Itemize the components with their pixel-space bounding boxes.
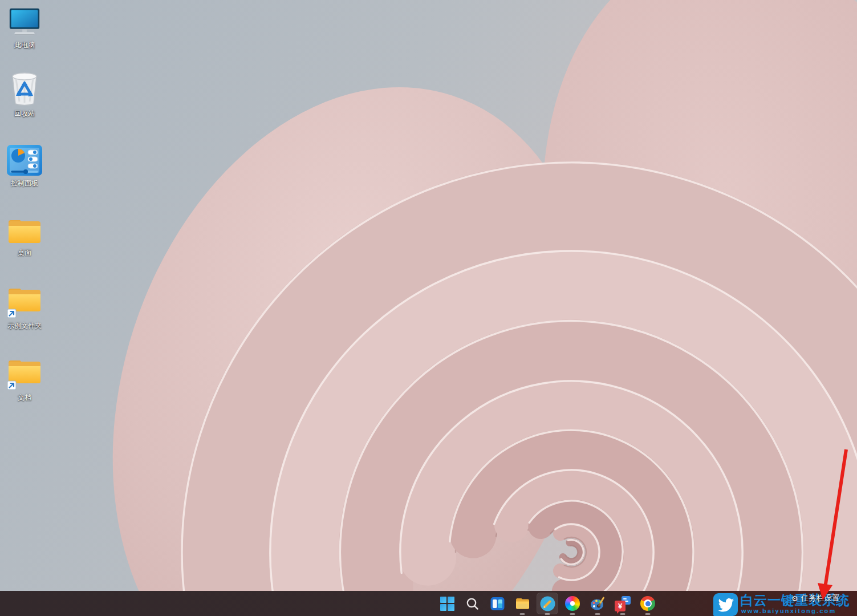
running-indicator <box>620 613 626 615</box>
desktop-icon-recycle-bin[interactable]: 回收站 <box>0 68 49 117</box>
file-explorer-icon <box>515 597 530 611</box>
file-explorer-button[interactable] <box>510 591 535 616</box>
paint-button[interactable] <box>585 591 610 616</box>
notes-app-icon <box>540 596 555 611</box>
desktop-icon-this-pc[interactable]: 此电脑 <box>0 7 49 49</box>
chrome-icon <box>640 596 655 611</box>
folder-icon <box>6 214 43 246</box>
desktop-icon-desktop-folder[interactable]: 桌面 <box>0 214 49 257</box>
running-indicator <box>595 613 600 615</box>
icon-label: 回收站 <box>14 110 35 117</box>
running-indicator <box>545 613 550 615</box>
notes-app-button[interactable] <box>535 591 560 616</box>
control-panel-icon <box>6 144 43 177</box>
watermark-logo <box>713 593 738 616</box>
wallpaper-bloom-image <box>0 0 857 616</box>
desktop-icon-control-panel[interactable]: 控制面板 <box>0 144 49 187</box>
running-indicator <box>645 613 651 615</box>
yen-glyph: ¥ <box>618 602 622 610</box>
running-indicator <box>520 613 525 615</box>
color-wheel-app-button[interactable] <box>560 591 585 616</box>
task-view-icon <box>490 597 505 611</box>
desktop-icon-sample-folder[interactable]: 示例文件夹 <box>0 285 49 330</box>
context-menu-label: 任务栏设置 <box>801 593 840 603</box>
task-view-button[interactable] <box>485 591 510 616</box>
icon-label: 文档 <box>18 394 31 402</box>
watermark-url: www.baiyunxitong.com <box>741 607 836 614</box>
start-button[interactable] <box>434 591 460 616</box>
folder-shortcut-icon <box>6 357 43 391</box>
icon-label: 此电脑 <box>14 42 35 49</box>
icon-label: 示例文件夹 <box>7 322 42 330</box>
gear-icon: ⚙ <box>791 595 798 602</box>
this-pc-icon <box>7 7 42 39</box>
running-indicator <box>570 613 575 615</box>
recycle-bin-icon <box>8 68 41 107</box>
search-icon <box>465 597 480 611</box>
desktop: 此电脑 回收站 <box>0 0 857 616</box>
paint-icon <box>590 596 606 611</box>
color-wheel-icon <box>565 596 580 611</box>
context-menu-item-taskbar-settings[interactable]: ⚙ 任务栏设置 <box>791 593 839 603</box>
folder-shortcut-icon <box>6 285 43 319</box>
search-button[interactable] <box>460 591 485 616</box>
bird-icon <box>717 597 734 612</box>
icon-label: 桌面 <box>18 249 31 257</box>
currency-app-button[interactable]: ¥ <box>610 591 635 616</box>
taskbar-icon-group: ¥ <box>434 591 660 616</box>
icon-label: 控制面板 <box>11 180 38 187</box>
chrome-button[interactable] <box>635 591 660 616</box>
windows-start-icon <box>440 597 454 611</box>
currency-app-icon: ¥ <box>615 596 631 611</box>
desktop-icon-documents[interactable]: 文档 <box>0 357 49 402</box>
